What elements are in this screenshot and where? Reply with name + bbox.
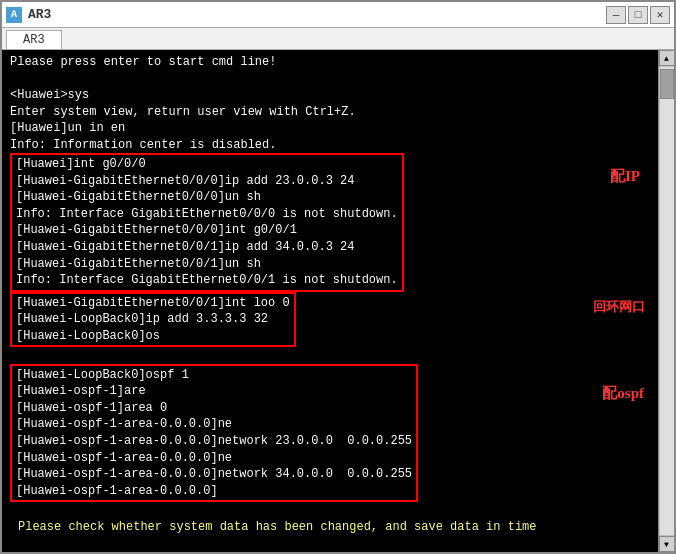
term-ospf-6: [Huawei-ospf-1-area-0.0.0.0]ne [16,450,412,467]
title-bar: A AR3 — □ ✕ [2,2,674,28]
term-ospf-8: [Huawei-ospf-1-area-0.0.0.0] [16,483,412,500]
tab-ar3[interactable]: AR3 [6,30,62,49]
annotation-ospf: 配ospf [602,384,644,403]
minimize-button[interactable]: — [606,6,626,24]
term-ip-2: [Huawei-GigabitEthernet0/0/0]ip add 23.0… [16,173,398,190]
scroll-track[interactable] [660,67,674,535]
ospf-box: [Huawei-LoopBack0]ospf 1 [Huawei-ospf-1]… [10,364,418,502]
term-ospf-5: [Huawei-ospf-1-area-0.0.0.0]network 23.0… [16,433,412,450]
window-controls: — □ ✕ [606,6,670,24]
term-ip-4: Info: Interface GigabitEthernet0/0/0 is … [16,206,398,223]
terminal[interactable]: Please press enter to start cmd line! <H… [2,50,658,552]
scroll-thumb[interactable] [660,69,674,99]
term-ospf-2: [Huawei-ospf-1]are [16,383,412,400]
app-icon: A [6,7,22,23]
term-ip-3: [Huawei-GigabitEthernet0/0/0]un sh [16,189,398,206]
scroll-up-button[interactable]: ▲ [659,50,675,66]
term-line-blank1 [10,71,650,88]
scrollbar[interactable]: ▲ ▼ [658,50,674,552]
term-blank2 [10,347,650,364]
term-line-3: <Huawei>sys [10,87,650,104]
ospf-section: [Huawei-LoopBack0]ospf 1 [Huawei-ospf-1]… [10,364,650,502]
term-loop-3: [Huawei-LoopBack0]os [16,328,290,345]
status-line-1: Please check whether system data has bee… [10,519,650,536]
term-ospf-3: [Huawei-ospf-1]area 0 [16,400,412,417]
tab-bar: AR3 [2,28,674,50]
annotation-loop: 回环网口 [593,298,645,316]
ip-section: [Huawei]int g0/0/0 [Huawei-GigabitEthern… [10,153,650,291]
close-button[interactable]: ✕ [650,6,670,24]
term-line-6: Info: Information center is disabled. [10,137,650,154]
main-content: Please press enter to start cmd line! <H… [2,50,674,552]
term-ip-1: [Huawei]int g0/0/0 [16,156,398,173]
loop-section: [Huawei-GigabitEthernet0/0/1]int loo 0 [… [10,292,650,348]
term-ip-7: [Huawei-GigabitEthernet0/0/1]un sh [16,256,398,273]
terminal-inner: Please press enter to start cmd line! <H… [10,54,650,548]
ip-box: [Huawei]int g0/0/0 [Huawei-GigabitEthern… [10,153,404,291]
maximize-button[interactable]: □ [628,6,648,24]
term-loop-2: [Huawei-LoopBack0]ip add 3.3.3.3 32 [16,311,290,328]
term-ospf-1: [Huawei-LoopBack0]ospf 1 [16,367,412,384]
main-window: A AR3 — □ ✕ AR3 Please press enter to st… [0,0,676,554]
term-line-5: [Huawei]un in en [10,120,650,137]
term-ip-6: [Huawei-GigabitEthernet0/0/1]ip add 34.0… [16,239,398,256]
loop-box: [Huawei-GigabitEthernet0/0/1]int loo 0 [… [10,292,296,348]
annotation-ip: 配IP [610,167,640,186]
term-loop-1: [Huawei-GigabitEthernet0/0/1]int loo 0 [16,295,290,312]
window-title: AR3 [28,7,51,22]
term-ospf-7: [Huawei-ospf-1-area-0.0.0.0]network 34.0… [16,466,412,483]
title-left: A AR3 [6,7,51,23]
term-line-4: Enter system view, return user view with… [10,104,650,121]
term-blank3 [10,502,650,519]
term-line-1: Please press enter to start cmd line! [10,54,650,71]
scroll-down-button[interactable]: ▼ [659,536,675,552]
term-ip-5: [Huawei-GigabitEthernet0/0/0]int g0/0/1 [16,222,398,239]
term-blank4 [10,535,650,552]
term-ospf-4: [Huawei-ospf-1-area-0.0.0.0]ne [16,416,412,433]
term-ip-8: Info: Interface GigabitEthernet0/0/1 is … [16,272,398,289]
